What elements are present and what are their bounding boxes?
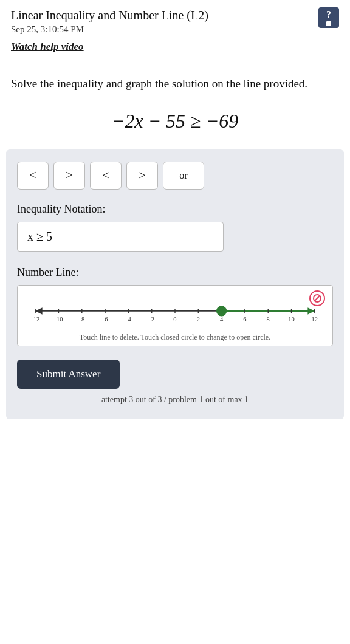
svg-text:8: 8 — [267, 316, 270, 323]
svg-text:-6: -6 — [103, 316, 108, 323]
inequality-notation-label: Inequality Notation: — [17, 203, 333, 216]
lte-button[interactable]: ≤ — [90, 162, 122, 190]
number-line-dot[interactable] — [216, 306, 227, 316]
number-line-container[interactable]: -12 -10 -8 -6 -4 -2 0 2 4 6 — [17, 285, 333, 346]
equation-display: −2x − 55 ≥ −69 — [11, 110, 339, 132]
svg-text:-12: -12 — [31, 316, 39, 323]
svg-text:6: 6 — [243, 316, 246, 323]
equation-text: −2x − 55 ≥ −69 — [112, 110, 239, 132]
svg-text:12: 12 — [312, 316, 318, 323]
attempt-text: attempt 3 out of 3 / problem 1 out of ma… — [17, 395, 333, 405]
svg-text:10: 10 — [288, 316, 295, 323]
slash-icon — [313, 294, 321, 303]
left-arrow-icon — [35, 307, 42, 314]
page-wrapper: Linear Inequality and Number Line (L2) S… — [0, 0, 350, 419]
svg-line-1 — [315, 296, 320, 301]
lt-button[interactable]: < — [17, 162, 49, 190]
symbol-buttons-row: < > ≤ ≥ or — [17, 162, 333, 190]
header-section: Linear Inequality and Number Line (L2) S… — [0, 0, 350, 58]
problem-section: Solve the inequality and graph the solut… — [0, 64, 350, 143]
svg-text:-2: -2 — [149, 316, 154, 323]
help-icon-square — [326, 21, 331, 26]
answer-panel: < > ≤ ≥ or Inequality Notation: x ≥ 5 Nu… — [6, 149, 344, 419]
inequality-value: x ≥ 5 — [27, 230, 52, 243]
number-line-hint: Touch line to delete. Touch closed circl… — [24, 333, 326, 342]
gte-button[interactable]: ≥ — [126, 162, 158, 190]
or-button[interactable]: or — [163, 162, 204, 190]
number-line-svg[interactable]: -12 -10 -8 -6 -4 -2 0 2 4 6 — [24, 292, 326, 328]
page-title: Linear Inequality and Number Line (L2) — [11, 7, 208, 23]
watch-help-link[interactable]: Watch help video — [11, 41, 339, 53]
date-text: Sep 25, 3:10:54 PM — [11, 24, 208, 35]
problem-instruction: Solve the inequality and graph the solut… — [11, 75, 339, 93]
gt-button[interactable]: > — [53, 162, 85, 190]
svg-text:-4: -4 — [126, 316, 132, 323]
help-icon-button[interactable]: ? — [318, 7, 339, 28]
svg-text:0: 0 — [173, 316, 176, 323]
svg-text:2: 2 — [197, 316, 200, 323]
delete-icon[interactable] — [309, 290, 325, 306]
inequality-input[interactable]: x ≥ 5 — [17, 222, 224, 252]
number-line-label: Number Line: — [17, 266, 333, 279]
svg-text:4: 4 — [220, 316, 224, 323]
svg-text:-8: -8 — [79, 316, 84, 323]
submit-answer-button[interactable]: Submit Answer — [17, 360, 120, 389]
question-mark-icon: ? — [326, 10, 331, 19]
svg-text:-10: -10 — [54, 316, 63, 323]
